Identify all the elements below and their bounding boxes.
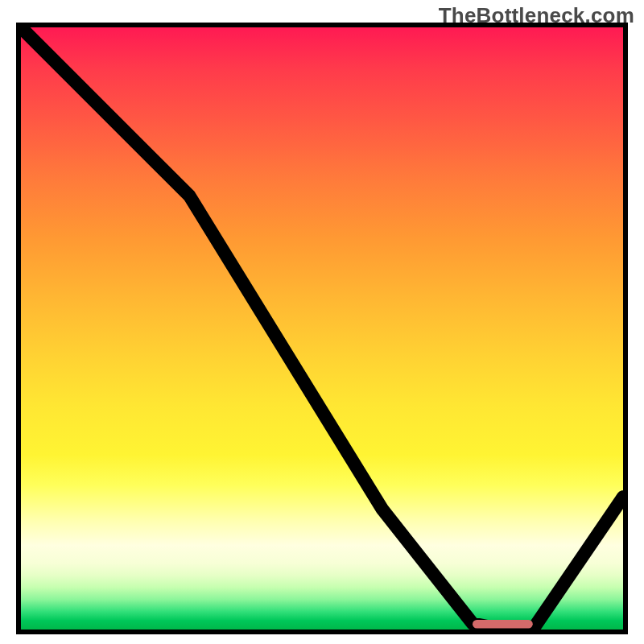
chart-frame: TheBottleneck.com	[0, 0, 644, 644]
optimal-region-marker	[473, 620, 533, 628]
watermark-text: TheBottleneck.com	[439, 3, 634, 28]
curve-line	[21, 27, 623, 630]
chart-overlay	[21, 27, 623, 630]
plot-area	[21, 27, 623, 630]
plot-border	[16, 23, 628, 634]
